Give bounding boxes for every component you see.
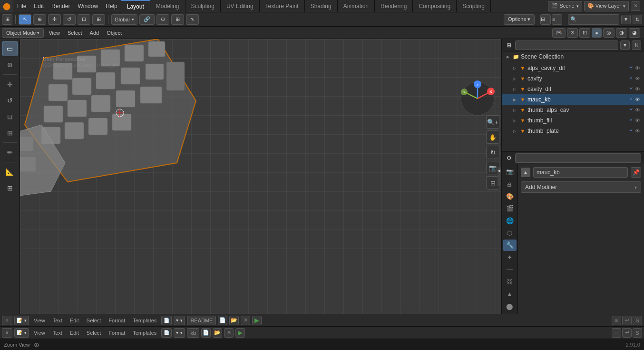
object-menu[interactable]: Object [104, 29, 125, 37]
shading-solid[interactable]: ● [592, 28, 602, 38]
scene-props-btn[interactable]: 🎬 [503, 203, 517, 214]
prop-pin-btn[interactable]: 📌 [631, 167, 641, 178]
editor-type-btn-2[interactable]: ≡ [2, 328, 12, 338]
viewport-overlay-toggle[interactable]: ⊙ [567, 28, 578, 38]
tab-modeling[interactable]: Modeling [150, 0, 185, 12]
viewport-gizmo-toggle[interactable]: 🎮 [552, 28, 566, 38]
rotate-tool[interactable]: ↺ [2, 93, 18, 108]
select-tool-btn[interactable]: ↖ [19, 14, 31, 25]
particles-props-btn[interactable]: ✦ [503, 252, 517, 263]
outliner-item-cavity-dif[interactable]: ▷ ▼ cavity_dif Y 👁 [502, 84, 644, 94]
mauc-kb-expand[interactable]: ▶ [511, 96, 518, 103]
right-panel-collapse[interactable]: ◂ [498, 167, 501, 186]
outliner-sort-btn[interactable]: ⇅ [632, 40, 641, 50]
move-tool-btn[interactable]: ✛ [48, 14, 61, 25]
thumb-plate-expand[interactable]: ▷ [511, 128, 518, 134]
editor-type-dropdown-2[interactable]: 📝 [14, 328, 29, 338]
wave-btn[interactable]: ∿ [186, 14, 199, 25]
viewport-gizmo[interactable]: Z X Y [459, 80, 497, 118]
editor-type-btn-1[interactable]: ≡ [2, 316, 12, 325]
edit-menu-1[interactable]: Edit [67, 317, 82, 324]
thumb-fill-visibility[interactable]: 👁 [634, 117, 641, 124]
physics-props-btn[interactable]: 〰 [503, 264, 517, 275]
scene-collection-expand[interactable]: ▶ [505, 53, 511, 60]
outliner-filter-btn[interactable]: ▼ [620, 40, 630, 50]
word-wrap-btn-2[interactable]: ↩ [622, 328, 632, 338]
thumb-alps-expand[interactable]: ▷ [511, 107, 518, 113]
viewport-3d[interactable]: User Perspective (20) Scene Collection |… [20, 39, 501, 314]
view-layer-props-btn[interactable]: 🎨 [503, 190, 517, 202]
cavity-dif-expand[interactable]: ▷ [511, 86, 518, 92]
text-menu-1[interactable]: Text [50, 317, 65, 324]
transform-tool-btn[interactable]: ⊞ [92, 14, 105, 25]
cavity-expand[interactable]: ▷ [511, 75, 518, 82]
object-props-btn[interactable]: ⬡ [503, 227, 517, 239]
outliner-item-cavity[interactable]: ▷ ▼ cavity Y 👁 [502, 73, 644, 84]
open-file-btn-1[interactable]: 📂 [229, 316, 239, 325]
run-script-btn-1[interactable]: ▶ [252, 316, 262, 325]
templates-menu-1[interactable]: Templates [130, 317, 159, 324]
rotate-tool-btn[interactable]: ↺ [63, 14, 76, 25]
templates-menu-2[interactable]: Templates [130, 329, 159, 337]
close-file-btn-2[interactable]: ✕ [224, 328, 234, 338]
properties-search[interactable] [515, 153, 641, 163]
scale-tool-btn[interactable]: ⊡ [78, 14, 90, 25]
view-layer-selector[interactable]: 🎨 View Layer [584, 1, 629, 11]
properties-toggle[interactable]: ≡ [552, 14, 562, 25]
alps-visibility[interactable]: 👁 [634, 64, 641, 72]
zoom-in-btn[interactable]: 🔍+ [486, 115, 499, 129]
close-file-btn-1[interactable]: ✕ [241, 316, 250, 325]
menu-window[interactable]: Window [74, 0, 102, 12]
close-btn[interactable]: ✕ [631, 1, 640, 11]
scene-selector[interactable]: 🎬 Scene [548, 1, 582, 11]
file-type-dropdown-1[interactable]: ▾ [174, 316, 185, 325]
shading-material[interactable]: ◎ [603, 28, 615, 38]
data-props-btn[interactable]: ▲ [503, 289, 517, 300]
new-file-btn-2[interactable]: 📄 [201, 328, 211, 338]
select-menu-1[interactable]: Select [84, 317, 104, 324]
select-tool[interactable]: ▭ [2, 41, 18, 56]
tab-animation[interactable]: Animation [338, 0, 375, 12]
tab-scripting[interactable]: Scripting [457, 0, 491, 12]
format-menu-2[interactable]: Format [106, 329, 128, 337]
outliner-item-mauc-kb[interactable]: ▶ ▼ mauc_kb Y 👁 [502, 94, 644, 105]
outliner-search[interactable] [515, 40, 618, 50]
transform-tool[interactable]: ⊞ [2, 125, 18, 140]
file-type-dropdown-2[interactable]: ▾ [174, 328, 185, 338]
pan-btn[interactable]: ✋ [486, 130, 499, 144]
measure-tool[interactable]: 📐 [2, 164, 18, 180]
transform-orientation[interactable]: Global [111, 14, 137, 25]
thumb-alps-visibility[interactable]: 👁 [634, 106, 641, 114]
tab-layout[interactable]: Layout [121, 0, 150, 12]
select-menu-2[interactable]: Select [84, 329, 104, 337]
grid-btn[interactable]: ⊞ [171, 14, 184, 25]
run-script-btn-2[interactable]: ▶ [235, 328, 245, 338]
tab-rendering[interactable]: Rendering [375, 0, 413, 12]
output-props-btn[interactable]: 🖨 [503, 179, 517, 190]
select-menu[interactable]: Select [65, 29, 85, 37]
cursor-tool[interactable]: ⊕ [2, 57, 18, 72]
thumb-fill-expand[interactable]: ▷ [511, 117, 518, 124]
outliner-toggle[interactable]: ⊞ [540, 14, 551, 25]
menu-render[interactable]: Render [48, 0, 74, 12]
material-props-btn[interactable]: ⬤ [503, 300, 517, 312]
edit-menu-2[interactable]: Edit [67, 329, 82, 337]
add-menu[interactable]: Add [87, 29, 102, 37]
outliner-scene-collection[interactable]: ▶ 📁 Scene Collection [502, 51, 644, 62]
cursor-tool-btn[interactable]: ⊕ [33, 14, 46, 25]
view-layer-search[interactable] [579, 17, 617, 22]
outliner-item-thumb-plate[interactable]: ▷ ▼ thumb_plate Y 👁 [502, 126, 644, 136]
snap-btn[interactable]: 🔗 [139, 14, 155, 25]
shading-eevee[interactable]: ◕ [629, 28, 640, 38]
annotate-tool[interactable]: ✏ [2, 145, 18, 160]
add-modifier-dropdown[interactable]: Add Modifier [521, 181, 641, 193]
world-props-btn[interactable]: 🌐 [503, 215, 517, 227]
viewport-xray-toggle[interactable]: ⊡ [579, 28, 590, 38]
move-tool[interactable]: ✛ [2, 77, 18, 92]
tab-compositing[interactable]: Compositing [413, 0, 457, 12]
editor-type-dropdown-1[interactable]: 📝 [14, 316, 29, 325]
object-mode-dropdown[interactable]: Object Mode [2, 28, 44, 38]
prop-name-input[interactable] [533, 167, 628, 178]
outliner-item-thumb-fill[interactable]: ▷ ▼ thumb_fill Y 👁 [502, 115, 644, 126]
menu-edit[interactable]: Edit [30, 0, 48, 12]
